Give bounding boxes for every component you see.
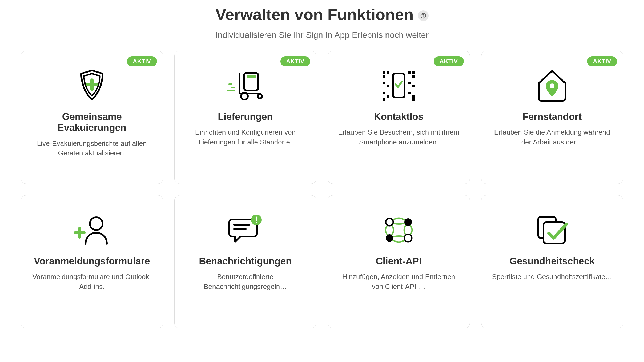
card-title: Voranmeldungsformulare <box>34 256 150 267</box>
user-plus-icon <box>73 209 111 251</box>
feature-card-evacuations[interactable]: AKTIV Gemeinsame Evakuierungen Live-Evak… <box>21 51 163 184</box>
feature-card-health-check[interactable]: Gesundheitscheck Sperrliste und Gesundhe… <box>481 195 623 328</box>
api-network-icon <box>381 209 416 251</box>
svg-rect-13 <box>387 85 389 87</box>
active-badge: AKTIV <box>587 56 617 66</box>
svg-rect-9 <box>383 71 385 74</box>
shield-plus-icon <box>77 64 107 107</box>
svg-point-33 <box>386 218 393 226</box>
svg-point-34 <box>404 218 412 226</box>
page-header: Verwalten von Funktionen Individualisier… <box>16 5 628 40</box>
feature-card-deliveries[interactable]: AKTIV Lieferungen Einrichten und Konfigu… <box>174 51 317 184</box>
svg-rect-3 <box>247 75 256 78</box>
card-title: Lieferungen <box>218 111 273 122</box>
svg-rect-12 <box>383 82 385 84</box>
page-subtitle: Individualisieren Sie Ihr Sign In App Er… <box>16 30 628 40</box>
card-description: Sperrliste und Gesundheitszertifikate… <box>490 272 614 281</box>
svg-rect-23 <box>412 95 415 98</box>
qr-phone-icon <box>380 64 417 107</box>
svg-rect-21 <box>412 85 415 87</box>
card-title: Gemeinsame Evakuierungen <box>29 111 155 133</box>
svg-rect-24 <box>412 98 415 101</box>
chat-alert-icon <box>227 209 264 251</box>
svg-rect-19 <box>412 75 415 78</box>
hand-truck-icon <box>225 64 265 107</box>
feature-card-notifications[interactable]: Benachrichtigungen Benutzerdefinierte Be… <box>174 195 317 328</box>
card-title: Benachrichtigungen <box>199 256 292 267</box>
features-grid: AKTIV Gemeinsame Evakuierungen Live-Evak… <box>21 51 623 328</box>
svg-point-27 <box>90 217 103 230</box>
svg-rect-20 <box>408 82 411 84</box>
active-badge: AKTIV <box>280 56 311 66</box>
card-description: Erlauben Sie die Anmeldung während der A… <box>489 127 616 147</box>
svg-point-5 <box>258 94 262 98</box>
help-icon[interactable] <box>418 10 429 21</box>
svg-rect-17 <box>408 71 411 74</box>
feature-card-contactless[interactable]: AKTIV Kontaktlos Erlau <box>328 51 470 184</box>
svg-rect-6 <box>228 83 232 85</box>
feature-card-client-api[interactable]: Client-API Hinzufügen, Anzeigen und Entf… <box>328 195 470 328</box>
svg-rect-16 <box>383 98 385 101</box>
svg-rect-8 <box>227 90 235 91</box>
card-title: Fernstandort <box>522 111 582 122</box>
svg-rect-7 <box>231 87 235 88</box>
svg-rect-15 <box>387 95 389 98</box>
card-description: Benutzerdefinierte Benachrichtigungsrege… <box>182 272 309 291</box>
active-badge: AKTIV <box>127 56 157 66</box>
card-description: Einrichten und Konfigurieren von Lieferu… <box>182 127 309 147</box>
card-title: Gesundheitscheck <box>509 256 595 267</box>
card-description: Live-Evakuierungsberichte auf allen Gerä… <box>29 139 155 158</box>
card-title: Kontaktlos <box>374 111 424 122</box>
svg-rect-22 <box>408 92 411 94</box>
svg-rect-18 <box>412 71 415 74</box>
svg-point-26 <box>550 83 554 88</box>
card-description: Hinzufügen, Anzeigen und Entfernen von C… <box>335 272 462 291</box>
page-title: Verwalten von Funktionen <box>215 5 413 24</box>
card-description: Voranmeldungsformulare und Outlook-Add-i… <box>29 272 155 291</box>
house-pin-icon <box>535 64 569 107</box>
svg-point-36 <box>404 234 412 242</box>
svg-rect-10 <box>387 71 389 74</box>
svg-rect-38 <box>544 222 565 243</box>
active-badge: AKTIV <box>434 56 464 66</box>
feature-card-remote-site[interactable]: AKTIV Fernstandort Erlauben Sie die Anme… <box>481 51 623 184</box>
clipboard-check-icon <box>533 209 571 251</box>
card-title: Client-API <box>376 256 422 267</box>
title-row: Verwalten von Funktionen <box>16 5 628 24</box>
card-description: Erlauben Sie Besuchern, sich mit ihrem S… <box>335 127 462 147</box>
feature-card-prereg-forms[interactable]: Voranmeldungsformulare Voranmeldungsform… <box>21 195 163 328</box>
svg-point-35 <box>386 234 393 242</box>
svg-rect-11 <box>383 75 385 78</box>
svg-rect-14 <box>383 92 385 94</box>
svg-point-32 <box>256 222 257 223</box>
